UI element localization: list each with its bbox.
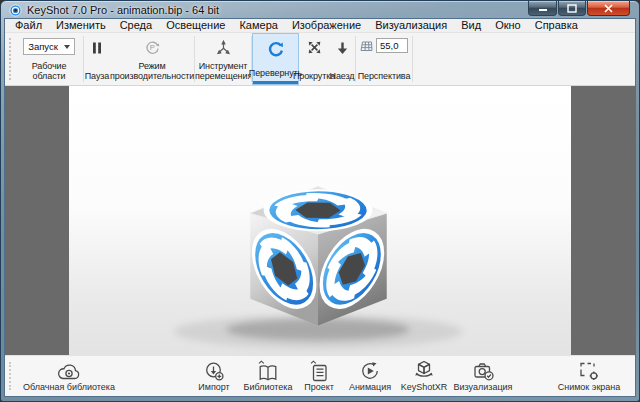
minimize-icon	[538, 4, 548, 12]
svg-text:P: P	[149, 43, 154, 52]
pause-icon	[90, 39, 104, 56]
animation-icon	[359, 360, 381, 382]
animation-button[interactable]: Анимация	[343, 359, 397, 393]
titlebar[interactable]: KeyShot 7.0 Pro - animation.bip - 64 bit	[1, 1, 639, 19]
menu-camera[interactable]: Камера	[232, 19, 284, 32]
menubar: Файл Изменить Среда Освещение Камера Изо…	[5, 19, 635, 33]
launch-dropdown[interactable]: Запуск	[23, 38, 75, 55]
close-button[interactable]	[587, 1, 630, 16]
maximize-button[interactable]	[558, 1, 586, 16]
bottom-toolbar-grip[interactable]	[9, 362, 13, 390]
perspective-grid-icon	[360, 40, 373, 52]
project-icon	[308, 360, 330, 382]
performance-mode-icon: P	[145, 39, 160, 56]
keyshot-app-icon	[9, 4, 22, 17]
window-title: KeyShot 7.0 Pro - animation.bip - 64 bit	[27, 4, 219, 16]
cloud-library-button[interactable]: Облачная библиотека	[15, 359, 123, 393]
cloud-library-icon	[56, 360, 82, 382]
launch-label: Запуск	[28, 41, 58, 52]
right-dock-panel	[571, 86, 635, 355]
menu-render[interactable]: Визуализация	[368, 19, 454, 32]
import-button[interactable]: Импорт	[187, 359, 241, 393]
3d-scene	[69, 86, 571, 355]
menu-edit[interactable]: Изменить	[49, 19, 113, 32]
toolbar-grip[interactable]	[9, 38, 14, 80]
dolly-icon	[336, 39, 349, 56]
dolly-button[interactable]: Наезд	[329, 33, 355, 85]
main-toolbar: Запуск Рабочие области Пауза P	[5, 33, 635, 86]
perspective-group: Перспектива	[356, 33, 412, 85]
perspective-label: Перспектива	[358, 71, 411, 81]
move-tool-button[interactable]: Инструмент перемещения	[195, 33, 251, 85]
menu-file[interactable]: Файл	[8, 19, 49, 32]
tumble-icon	[268, 40, 284, 57]
workspaces-label: Рабочие области	[17, 61, 81, 81]
render-camera-icon	[472, 360, 495, 382]
toolbar-separator	[412, 36, 413, 82]
performance-mode-button[interactable]: P Режим производительности	[110, 33, 194, 85]
move-tool-icon	[216, 39, 231, 56]
keyshotxr-button[interactable]: KeyShotXR	[397, 359, 451, 393]
keyshotxr-icon	[412, 360, 436, 382]
project-button[interactable]: Проект	[295, 359, 343, 393]
content-area	[5, 86, 635, 355]
import-icon	[203, 360, 225, 382]
menu-window[interactable]: Окно	[488, 19, 528, 32]
pan-button[interactable]: Прокрутка	[299, 33, 329, 85]
menu-lighting[interactable]: Освещение	[159, 19, 232, 32]
screenshot-icon	[578, 360, 600, 382]
library-button[interactable]: Библиотека	[241, 359, 295, 393]
render-button[interactable]: Визуализация	[451, 359, 515, 393]
viewport-canvas[interactable]	[69, 86, 571, 355]
left-dock-panel	[5, 86, 69, 355]
menu-image[interactable]: Изображение	[285, 19, 368, 32]
screenshot-button[interactable]: Снимок экрана	[551, 359, 627, 393]
menu-view[interactable]: Вид	[454, 19, 488, 32]
minimize-button[interactable]	[528, 1, 557, 16]
menu-environment[interactable]: Среда	[113, 19, 159, 32]
app-window: KeyShot 7.0 Pro - animation.bip - 64 bit…	[0, 0, 640, 402]
library-book-icon	[256, 360, 280, 382]
menu-help[interactable]: Справка	[528, 19, 585, 32]
perspective-input[interactable]	[376, 38, 408, 53]
bottom-toolbar: Облачная библиотека Импорт	[5, 355, 635, 396]
pan-icon	[307, 39, 322, 56]
pause-button[interactable]: Пауза	[84, 33, 110, 85]
close-icon	[604, 4, 613, 13]
workspaces-group: Запуск Рабочие области	[15, 33, 83, 85]
dropdown-arrow-icon	[64, 45, 70, 49]
maximize-icon	[567, 4, 577, 13]
